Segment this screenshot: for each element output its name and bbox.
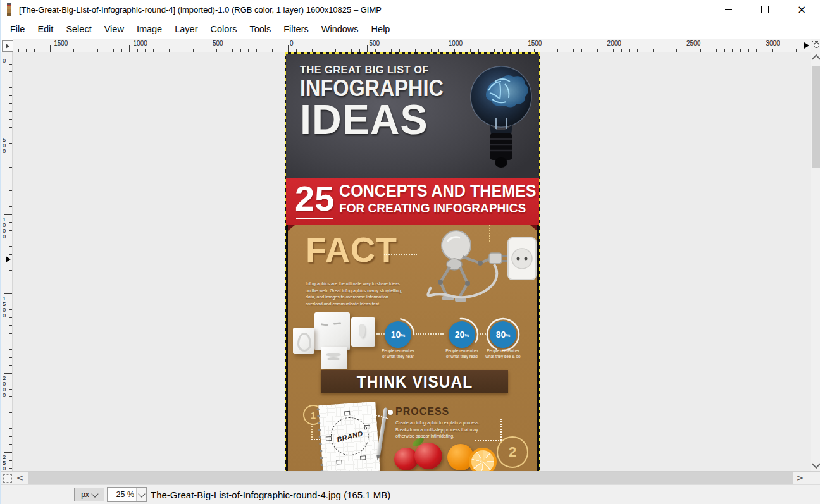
- doodle-icon: [364, 425, 370, 430]
- ruler-tick: [58, 49, 58, 52]
- robot-plug-illustration: [412, 226, 538, 307]
- ruler-tick: [9, 412, 12, 413]
- ruler-tick: [566, 49, 566, 52]
- scroll-down-arrow[interactable]: [812, 460, 820, 469]
- ruler-tick: [312, 49, 313, 52]
- horizontal-scrollbar[interactable]: [28, 472, 793, 484]
- ruler-label: 5 0 0: [3, 137, 6, 154]
- close-button[interactable]: ×: [783, 0, 820, 19]
- ruler-tick: [9, 111, 12, 112]
- ruler-tick: [4, 135, 12, 135]
- ruler-tick: [193, 49, 194, 52]
- ruler-tick: [415, 49, 416, 52]
- scroll-right-arrow[interactable]: >: [797, 473, 804, 482]
- ruler-label: 2 5 0 0: [3, 454, 6, 471]
- ruler-tick: [542, 49, 542, 52]
- ruler-tick: [9, 389, 12, 390]
- horizontal-ruler[interactable]: -1500-1000-500050010001500200025003000: [13, 39, 811, 52]
- zoom-dropdown-button[interactable]: [136, 488, 146, 501]
- scroll-left-arrow[interactable]: <: [16, 473, 23, 482]
- ruler-tick: [700, 49, 701, 52]
- stat-value: 80: [496, 329, 506, 340]
- maximize-button[interactable]: [747, 0, 783, 19]
- layer-boundary-right: [539, 52, 540, 471]
- maximize-icon: [761, 6, 769, 13]
- zoom-select[interactable]: 25 %: [107, 487, 147, 502]
- ruler-tick: [9, 317, 12, 318]
- infographic-title-line3: IDEAS: [300, 101, 456, 138]
- ruler-label: 3000: [766, 40, 780, 47]
- ruler-tick: [9, 206, 12, 207]
- ruler-tick: [494, 49, 495, 52]
- vertical-ruler[interactable]: 05 0 01 0 0 01 5 0 02 0 0 02 5 0 0: [0, 52, 13, 471]
- lightbulb-brain-icon: [467, 58, 535, 175]
- close-icon: ×: [797, 4, 806, 15]
- zoom-follow-window-button[interactable]: [811, 39, 820, 52]
- ruler-tick: [9, 95, 12, 96]
- menu-windows[interactable]: Windows: [315, 21, 365, 37]
- menu-edit[interactable]: Edit: [31, 21, 59, 37]
- gimp-window: [The-Great-Big-List-of-Infographic-round…: [0, 0, 820, 504]
- ruler-tick: [613, 49, 614, 52]
- unit-select[interactable]: px: [74, 488, 104, 501]
- menu-colors[interactable]: Colors: [204, 21, 243, 37]
- menu-tools[interactable]: Tools: [243, 21, 277, 37]
- ruler-tick: [502, 49, 503, 52]
- ruler-label: 0: [3, 58, 6, 63]
- stat-circle: 80%: [490, 321, 516, 348]
- menu-file[interactable]: File: [4, 21, 31, 37]
- menu-layer[interactable]: Layer: [168, 21, 204, 37]
- ruler-label: -1000: [131, 40, 147, 47]
- ruler-tick: [645, 49, 645, 52]
- minimize-icon: [725, 9, 732, 10]
- window-image-thumbnail-icon: [7, 3, 11, 16]
- ruler-tick: [9, 127, 12, 128]
- ruler-tick: [550, 49, 550, 52]
- menu-view[interactable]: View: [98, 21, 130, 37]
- ruler-tick: [9, 286, 12, 286]
- ruler-tick: [447, 45, 447, 52]
- ruler-tick: [9, 254, 12, 255]
- ruler-tick: [9, 151, 12, 151]
- infographic-title-block: THE GREAT BIG LIST OF INFOGRAPHIC IDEAS: [300, 64, 459, 138]
- horizontal-scroll-thumb[interactable]: [28, 472, 793, 484]
- quick-mask-toggle[interactable]: [3, 474, 12, 483]
- ruler-tick: [463, 49, 463, 52]
- scroll-up-arrow[interactable]: [812, 54, 820, 63]
- ruler-tick: [248, 49, 249, 52]
- doodle-icon: [336, 460, 342, 465]
- menu-help[interactable]: Help: [365, 21, 397, 37]
- menu-filters[interactable]: Filters: [277, 21, 315, 37]
- ruler-tick: [526, 45, 526, 52]
- stat-caption: People rememberof what they hear: [363, 348, 433, 359]
- ruler-tick: [9, 357, 12, 358]
- minimize-button[interactable]: [710, 0, 747, 19]
- title-bar[interactable]: [The-Great-Big-List-of-Infographic-round…: [0, 0, 820, 19]
- image-canvas[interactable]: THE GREAT BIG LIST OF INFOGRAPHIC IDEAS: [286, 54, 539, 471]
- ruler-tick: [9, 333, 12, 334]
- vertical-scroll-thumb[interactable]: [812, 66, 820, 168]
- ruler-label: 0: [290, 40, 294, 47]
- stat-suffix: %: [401, 333, 405, 338]
- layer-boundary-left: [285, 52, 286, 471]
- canvas-viewport[interactable]: THE GREAT BIG LIST OF INFOGRAPHIC IDEAS: [13, 52, 811, 471]
- ruler-tick: [9, 460, 12, 461]
- ruler-tick: [391, 49, 392, 52]
- magnifier-icon: [814, 42, 819, 48]
- stats-row: 10%People rememberof what they hear20%Pe…: [288, 317, 539, 367]
- step-2-badge: 2: [497, 436, 528, 468]
- ruler-tick: [454, 49, 455, 52]
- menu-image[interactable]: Image: [130, 21, 168, 37]
- ruler-tick: [9, 190, 12, 191]
- ruler-tick: [573, 49, 574, 52]
- infographic-body: FACT: [286, 225, 539, 471]
- banner-line1: CONCEPTS AND THEMES: [339, 182, 537, 200]
- image-menu-button[interactable]: [2, 40, 13, 52]
- ruler-tick: [470, 49, 471, 52]
- ruler-tick: [724, 49, 725, 52]
- ruler-tick: [169, 49, 170, 52]
- window-title: [The-Great-Big-List-of-Infographic-round…: [19, 5, 382, 15]
- ruler-tick: [732, 49, 733, 52]
- menu-select[interactable]: Select: [59, 21, 97, 37]
- vertical-scrollbar[interactable]: [811, 52, 820, 471]
